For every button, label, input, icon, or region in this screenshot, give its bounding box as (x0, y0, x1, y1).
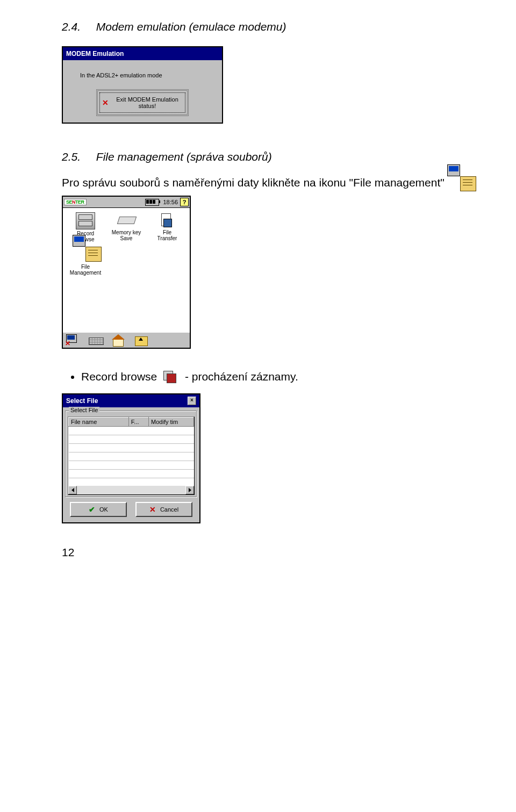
modem-window-titlebar: MODEM Emulation (63, 47, 222, 60)
app-label: Record (65, 231, 106, 236)
file-management-grid-icon (76, 247, 95, 263)
app-file-transfer[interactable]: File Transfer (147, 211, 188, 246)
exit-modem-emulation-button[interactable]: ✕ Exit MODEM Emulation status! (99, 92, 185, 113)
modem-emulation-window: MODEM Emulation In the ADSL2+ emulation … (62, 46, 223, 124)
app-memory-key-save[interactable]: Memory key Save (106, 211, 147, 246)
help-button[interactable]: ? (180, 198, 189, 206)
record-browse-desc: - procházení záznamy. (185, 370, 298, 383)
select-file-legend: Select File (69, 407, 99, 413)
app-label: Management (65, 270, 106, 276)
scroll-left-arrow-icon[interactable] (68, 486, 77, 494)
modem-mode-message: In the ADSL2+ emulation mode (80, 72, 213, 78)
record-browse-label: Record browse (81, 370, 157, 383)
select-file-title: Select File (66, 397, 98, 405)
app-label: Transfer (147, 235, 188, 241)
select-file-titlebar: Select File × (63, 394, 199, 407)
memory-key-icon (117, 212, 135, 228)
bullet-list: Record browse - procházení záznamy. (62, 370, 462, 384)
select-file-dialog: Select File × Select File File name F...… (62, 393, 200, 523)
home-icon[interactable] (111, 334, 126, 346)
table-row[interactable] (69, 444, 194, 452)
exit-modem-button-label: Exit MODEM Emulation status! (112, 96, 183, 109)
app-file-management[interactable]: File Management (65, 246, 106, 279)
section-2-4-heading: 2.4. Modem emulation (emulace modemu) (62, 20, 462, 33)
disconnect-icon[interactable]: ✕ (66, 334, 81, 346)
keyboard-icon[interactable] (89, 334, 104, 346)
col-f[interactable]: F... (128, 418, 148, 427)
cancel-button[interactable]: ✕ Cancel (135, 502, 192, 517)
ok-button[interactable]: ✔ OK (70, 502, 127, 517)
clock-label: 18:56 (163, 199, 178, 205)
col-file-name[interactable]: File name (69, 418, 129, 427)
senter-logo: SENTER (64, 199, 87, 205)
section-2-4-num: 2.4. (62, 20, 93, 33)
table-row[interactable] (69, 427, 194, 435)
table-row[interactable] (69, 452, 194, 461)
select-file-body: Select File File name F... Modify tim (63, 407, 199, 522)
check-icon: ✔ (89, 505, 95, 514)
col-modify-time[interactable]: Modify tim (149, 418, 194, 427)
section-2-5-title: File management (správa souborů) (96, 150, 272, 163)
app-record-browse[interactable]: Record Browse (65, 211, 106, 246)
page-number: 12 (62, 546, 462, 559)
section-2-5-num: 2.5. (62, 150, 93, 163)
app-label: Save (106, 235, 147, 241)
app-label: File (147, 229, 188, 235)
app-label: Memory key (106, 229, 147, 235)
cancel-button-label: Cancel (160, 506, 178, 513)
table-row[interactable] (69, 470, 194, 478)
senter-device-window: SENTER 18:56 ? Record Browse Memory key … (62, 196, 191, 349)
close-icon: ✕ (102, 98, 109, 107)
battery-icon (145, 199, 159, 206)
section-2-5-heading: 2.5. File management (správa souborů) (62, 150, 462, 163)
close-icon: ✕ (149, 505, 156, 514)
file-list[interactable]: File name F... Modify tim (68, 416, 195, 495)
modem-window-title: MODEM Emulation (66, 50, 124, 58)
senter-app-grid: Record Browse Memory key Save File Trans… (63, 208, 190, 332)
scroll-right-arrow-icon[interactable] (185, 486, 194, 494)
app-label: Browse (65, 236, 106, 242)
file-transfer-icon (158, 212, 176, 228)
ok-button-label: OK (99, 506, 108, 513)
record-browse-small-icon (163, 371, 178, 384)
folder-up-icon[interactable] (134, 334, 149, 346)
horizontal-scrollbar[interactable] (68, 486, 194, 494)
select-file-group: Select File File name F... Modify tim (65, 411, 197, 498)
close-button[interactable]: × (188, 397, 196, 405)
record-browse-icon (76, 212, 95, 229)
modem-window-body: In the ADSL2+ emulation mode ✕ Exit MODE… (63, 60, 222, 123)
fm-intro-text: Pro správu souborů s naměřenými daty kli… (62, 176, 448, 189)
app-label: File (65, 264, 106, 270)
senter-taskbar: ✕ (63, 332, 190, 348)
record-browse-item: Record browse - procházení záznamy. (81, 370, 462, 384)
table-row[interactable] (69, 435, 194, 444)
section-2-4-title: Modem emulation (emulace modemu) (96, 20, 286, 33)
senter-statusbar: SENTER 18:56 ? (63, 197, 190, 208)
table-row[interactable] (69, 461, 194, 470)
